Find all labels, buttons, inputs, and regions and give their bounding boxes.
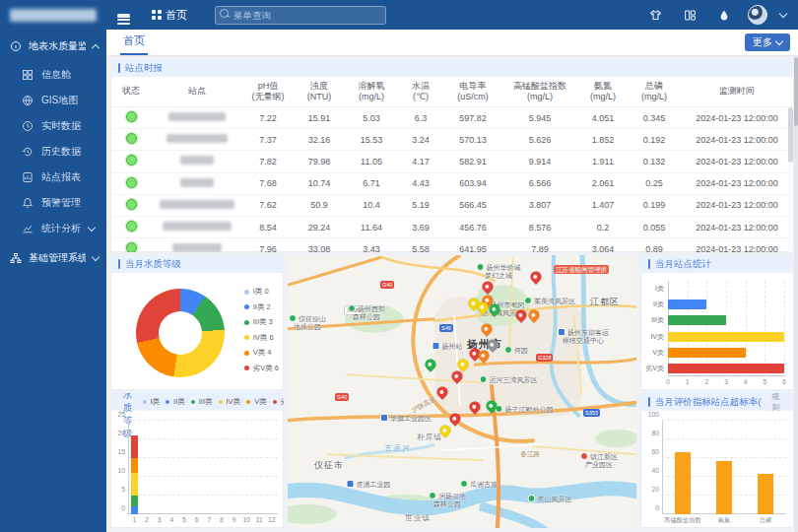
legend-dot: [244, 366, 249, 370]
legend-label: V类 4: [253, 348, 272, 358]
gridline: [765, 281, 765, 376]
sidebar-item-实时数据[interactable]: 实时数据: [0, 113, 106, 139]
menu-search-input[interactable]: [215, 6, 386, 25]
legend-item-IV类[interactable]: IV类: [219, 397, 241, 407]
y-cat-label: IV类: [650, 332, 668, 342]
y-tick-label: 25: [117, 411, 128, 418]
exceed-rate-link[interactable]: 规则: [771, 393, 786, 413]
exceed-rate-plot: 020406080100高锰酸盐指数氨氮总磷: [662, 421, 786, 514]
station-name-redacted: [166, 134, 228, 143]
water-drop-icon[interactable]: [713, 4, 735, 26]
monitor-time-cell: 2024-01-23 12:00:00: [680, 157, 794, 166]
station-cell: [152, 243, 242, 252]
legend-label: III类 3: [253, 317, 273, 327]
x-tick-label: 4: [169, 516, 173, 523]
table-row[interactable]: 7.8279.9811.054.17582.919.9141.9110.1322…: [110, 151, 794, 172]
sidebar-items: 信息舱GIS地图实时数据历史数据站点报表预警管理统计分析: [0, 62, 106, 241]
value-cell: 3.064: [577, 244, 629, 252]
station-cell: [152, 134, 242, 145]
map-label-扬州站: 扬州站: [432, 342, 463, 351]
x-tick-label: 9: [233, 516, 236, 523]
table-row[interactable]: 7.2215.915.036.3597.825.9454.0510.345202…: [110, 107, 794, 129]
value-cell: 7.89: [502, 244, 577, 252]
city-map[interactable]: 扬州市江都区仪征市扬州华侨城 梦幻之城江苏省船闸管理所扬州西郊 森林公园仪征捺山…: [288, 255, 636, 528]
value-cell: 10.74: [294, 178, 345, 188]
stack-segment-劣V类: [131, 435, 138, 458]
app-logo: [0, 0, 106, 30]
gridline: [706, 281, 707, 376]
legend-item-劣V类[interactable]: 劣V类 6: [244, 364, 279, 373]
sidebar-item-预警管理[interactable]: 预警管理: [0, 190, 106, 216]
table-row[interactable]: 7.6810.746.714.43603.946.5662.0610.25202…: [110, 173, 794, 195]
value-cell: 8.54: [242, 223, 294, 233]
legend-item-I类[interactable]: I类 0: [244, 287, 279, 297]
sidebar-item-label: 预警管理: [41, 196, 81, 210]
y-tick-label: 80: [651, 430, 662, 436]
station-stats-chart: 0123456I类II类III类IV类V类劣V类: [640, 273, 794, 390]
breadcrumb[interactable]: 首页: [152, 8, 187, 23]
value-cell: 0.055: [629, 223, 680, 233]
x-tick-label: 2: [704, 378, 708, 385]
map-label-扬州东部客运枢纽交通中心: 扬州东部客运 枢纽交通中心: [558, 328, 609, 345]
annual-grade-panel: 全年水质等级 I类II类III类IV类V类劣V类 051015202512345…: [110, 393, 284, 528]
user-menu-caret-icon[interactable]: [779, 9, 787, 17]
map-label-江苏省船闸管理所: 江苏省船闸管理所: [554, 265, 609, 274]
home-grid-icon: [152, 10, 162, 20]
legend-item-III类[interactable]: III类: [191, 397, 213, 407]
road-badge-G328: G328: [536, 354, 553, 362]
x-tick-label: 8: [220, 516, 224, 523]
table-row[interactable]: 7.3732.1615.533.24570.135.6261.8520.1922…: [110, 129, 794, 151]
layout-switch-icon[interactable]: [679, 4, 700, 26]
sidebar-item-站点报表[interactable]: 站点报表: [0, 165, 106, 190]
value-cell: 603.94: [443, 178, 502, 188]
user-avatar[interactable]: [748, 5, 767, 25]
donut-legend: I类 0II类 2III类 3IV类 6V类 4劣V类 6: [244, 287, 279, 373]
table-row[interactable]: 7.6250.910.45.19566.453.8071.4070.199202…: [110, 195, 794, 217]
sidebar-item-label: 实时数据: [41, 119, 81, 133]
x-tick-label: 0: [666, 378, 670, 385]
sidebar-item-信息舱[interactable]: 信息舱: [0, 62, 106, 88]
theme-skin-icon[interactable]: [644, 4, 666, 26]
collapse-sidebar-icon[interactable]: [112, 4, 134, 26]
sidebar-item-统计分析[interactable]: 统计分析: [0, 216, 106, 241]
legend-item-II类[interactable]: II类 2: [244, 302, 279, 312]
station-name-redacted: [180, 156, 214, 165]
monitor-time-cell: 2024-01-23 12:00:00: [680, 178, 794, 188]
station-cell: [152, 200, 242, 211]
y-axis: [662, 421, 663, 514]
chevron-down-icon: [92, 253, 100, 261]
sidebar-item-历史数据[interactable]: 历史数据: [0, 139, 106, 165]
legend-item-III类[interactable]: III类 3: [244, 317, 279, 327]
search-icon: [220, 9, 229, 18]
table-scrollbar[interactable]: [788, 107, 793, 252]
tab-home[interactable]: 首页: [120, 33, 148, 55]
bar-总磷: [758, 474, 773, 514]
legend-item-V类[interactable]: V类 4: [244, 348, 279, 358]
bar-II类: [668, 299, 706, 309]
legend-item-V类[interactable]: V类: [246, 397, 267, 407]
sidebar-item-GIS地图[interactable]: GIS地图: [0, 88, 106, 113]
station-name-redacted: [172, 243, 222, 252]
status-ok-dot: [126, 155, 137, 166]
y-tick-label: 20: [117, 430, 128, 436]
legend-item-劣V类[interactable]: 劣V类: [273, 397, 284, 407]
legend-item-I类[interactable]: I类: [143, 397, 161, 407]
table-row[interactable]: 7.9633.083.435.58641.957.893.0640.892024…: [110, 238, 794, 252]
legend-item-II类[interactable]: II类: [166, 397, 185, 407]
chevron-down-icon: [775, 37, 783, 45]
gridline: [688, 281, 689, 376]
y-cat-label: I类: [655, 284, 668, 294]
road-badge-S49: S49: [439, 324, 453, 332]
y-tick-label: 40: [651, 467, 662, 474]
value-cell: 2.061: [577, 178, 629, 188]
table-row[interactable]: 8.5429.2411.643.69456.768.5760.20.055202…: [110, 217, 794, 238]
donut-ring[interactable]: [136, 289, 225, 377]
sidebar-group-surface-water-system[interactable]: 地表水质量监测系统: [0, 30, 106, 62]
value-cell: 5.19: [398, 200, 443, 210]
legend-dot: [246, 400, 250, 404]
monitor-time-cell: 2024-01-23 12:00:00: [680, 113, 794, 123]
legend-item-IV类[interactable]: IV类 6: [244, 333, 279, 343]
more-button[interactable]: 更多: [745, 33, 790, 51]
sidebar-group-base-management[interactable]: 基础管理系统: [0, 241, 106, 274]
legend-dot: [219, 400, 223, 404]
